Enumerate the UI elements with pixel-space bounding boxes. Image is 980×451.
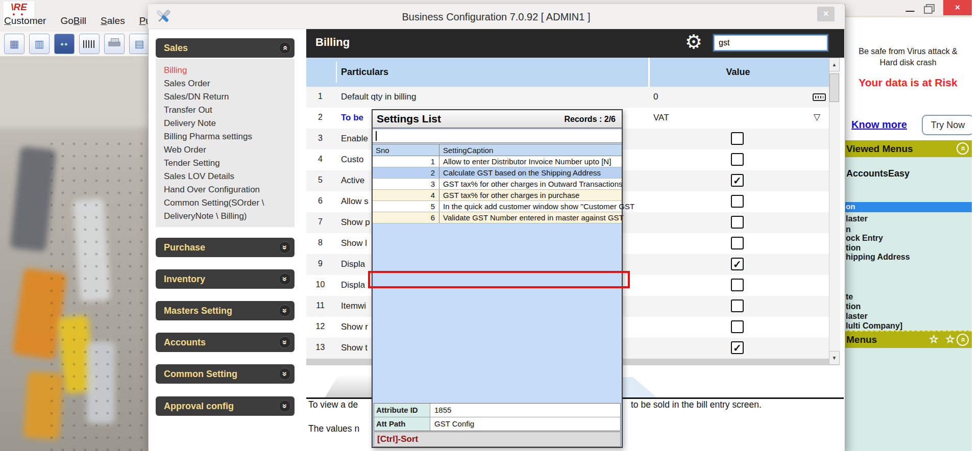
- column-header-value[interactable]: Value: [649, 67, 827, 78]
- setting-row[interactable]: 5 In the quick add customer window show …: [373, 201, 622, 212]
- att-path-row: Att Path GST Config: [374, 417, 620, 431]
- viewed-menu-item[interactable]: hipping Address: [846, 253, 910, 262]
- scrollbar-thumb[interactable]: [829, 73, 839, 102]
- search-input[interactable]: [714, 35, 828, 51]
- chevron-down-icon[interactable]: »: [279, 400, 291, 412]
- sidebar-section-sales[interactable]: Sales »: [156, 38, 295, 58]
- viewed-menu-item[interactable]: laster: [846, 214, 868, 223]
- sidebar-item-billing-pharma[interactable]: Billing Pharma settings: [164, 130, 295, 143]
- sidebar-section-common-setting[interactable]: Common Setting »: [156, 364, 295, 384]
- column-header-settingcaption[interactable]: SettingCaption: [443, 146, 493, 155]
- sidebar-item-tender-setting[interactable]: Tender Setting: [164, 157, 295, 170]
- viewed-menus-panel: [844, 157, 972, 451]
- checkbox-unchecked[interactable]: [731, 132, 744, 145]
- viewed-menu-item[interactable]: ock Entry: [846, 234, 883, 243]
- vertical-scrollbar[interactable]: [829, 58, 840, 365]
- help-text-line1-left: To view a de: [308, 399, 358, 410]
- setting-row[interactable]: 1 Allow to enter Distributor Invoice Num…: [373, 156, 622, 167]
- sidebar-section-inventory[interactable]: Inventory »: [156, 269, 295, 289]
- checkbox-unchecked[interactable]: [731, 195, 744, 208]
- menus-header[interactable]: Menus ☆ ☆ »: [844, 331, 972, 348]
- viewed-menu-item-selected[interactable]: on: [844, 202, 972, 212]
- window-minimize-button[interactable]: —: [902, 6, 918, 15]
- window-close-button[interactable]: ×: [943, 0, 972, 15]
- dialog-title: Business Configuration 7.0.92 [ ADMIN1 ]: [148, 11, 844, 23]
- sidebar-item-delivery-note[interactable]: Delivery Note: [164, 117, 295, 130]
- menu-sales[interactable]: Sales: [101, 15, 125, 31]
- viewed-menu-item[interactable]: n: [846, 225, 851, 234]
- viewed-menu-item[interactable]: tion: [846, 302, 861, 311]
- sidebar-item-common-setting-sorder[interactable]: Common Setting(SOrder \: [164, 196, 295, 210]
- filter-triangle-icon[interactable]: ▽: [814, 112, 820, 122]
- keyboard-icon[interactable]: [813, 93, 826, 101]
- setting-row[interactable]: 3 GST tax% for other charges in Outward …: [373, 179, 622, 190]
- sidebar-item-transfer-out[interactable]: Transfer Out: [164, 104, 295, 117]
- know-more-link[interactable]: Know more: [851, 119, 907, 131]
- checkbox-checked[interactable]: ✓: [731, 341, 744, 354]
- chevron-down-icon[interactable]: »: [279, 368, 291, 380]
- chevron-down-icon[interactable]: »: [279, 336, 291, 348]
- window-restore-button[interactable]: [924, 4, 935, 13]
- viewed-menu-item[interactable]: laster: [846, 312, 868, 321]
- sidebar-item-sales-lov-details[interactable]: Sales LOV Details: [164, 170, 295, 183]
- sidebar-item-billing[interactable]: Billing: [164, 64, 295, 77]
- try-now-button[interactable]: Try Now: [922, 115, 974, 135]
- toolbar-icon-report[interactable]: ▤: [129, 34, 150, 54]
- table-row[interactable]: 1 Default qty in billing 0: [306, 87, 829, 108]
- toolbar-icon-print[interactable]: [104, 34, 125, 54]
- favorite-star-icon[interactable]: ☆: [945, 333, 955, 345]
- viewed-menu-item[interactable]: te: [846, 292, 853, 302]
- collapse-up-icon[interactable]: »: [957, 334, 969, 346]
- text-caret: [376, 131, 377, 141]
- setting-row-selected[interactable]: 2 Calculate GST based on the Shipping Ad…: [373, 167, 622, 179]
- menu-gobill[interactable]: GoBill: [60, 15, 86, 31]
- scroll-up-button[interactable]: ▲: [829, 58, 840, 71]
- checkbox-unchecked[interactable]: [731, 216, 744, 229]
- chevron-down-icon[interactable]: »: [279, 273, 291, 285]
- sidebar-item-sales-order[interactable]: Sales Order: [164, 77, 295, 90]
- checkbox-checked[interactable]: ✓: [731, 258, 744, 270]
- sidebar-item-common-setting-sorder-2[interactable]: DeliveryNote \ Billing): [164, 210, 295, 223]
- setting-row[interactable]: 6 Validate GST Number entered in master …: [373, 212, 622, 223]
- chevron-down-icon[interactable]: »: [279, 241, 291, 254]
- column-header-sno[interactable]: Sno: [376, 146, 389, 155]
- toolbar-icon-barcode[interactable]: [79, 34, 100, 54]
- viewed-menu-item[interactable]: lulti Company]: [846, 321, 902, 331]
- setting-row[interactable]: 4 GST tax% for other charges in purchase: [373, 190, 622, 201]
- dialog-close-button[interactable]: ×: [817, 7, 835, 21]
- checkbox-checked[interactable]: ✓: [731, 174, 744, 187]
- toolbar-icon-sales[interactable]: ▥: [29, 34, 50, 54]
- checkbox-unchecked[interactable]: [731, 299, 744, 312]
- chevron-up-icon[interactable]: »: [279, 42, 291, 54]
- chevron-down-icon[interactable]: »: [279, 305, 291, 317]
- sidebar-section-masters-setting[interactable]: Masters Setting »: [156, 301, 295, 320]
- gear-icon[interactable]: ⚙: [685, 31, 702, 53]
- checkbox-unchecked[interactable]: [731, 153, 744, 166]
- sidebar-item-web-order[interactable]: Web Order: [164, 143, 295, 157]
- popup-search-input[interactable]: [373, 130, 622, 143]
- selection-highlight-box: [368, 271, 630, 288]
- menus-label: Menus: [846, 334, 877, 345]
- collapse-up-icon[interactable]: »: [957, 142, 969, 155]
- viewed-menu-item[interactable]: tion: [846, 243, 861, 253]
- menu-customer[interactable]: Customer: [4, 15, 46, 31]
- checkbox-unchecked[interactable]: [731, 279, 744, 291]
- checkbox-unchecked[interactable]: [731, 237, 744, 249]
- viewed-menus-header[interactable]: Viewed Menus »: [844, 140, 972, 157]
- popup-titlebar[interactable]: Settings List Records : 2/6: [373, 110, 622, 129]
- favorite-star-icon[interactable]: ☆: [929, 333, 939, 345]
- sidebar-item-hand-over-configuration[interactable]: Hand Over Configuration: [164, 183, 295, 196]
- toolbar-icon-customers[interactable]: ●●: [54, 34, 75, 54]
- scroll-down-button[interactable]: ▼: [829, 351, 840, 365]
- checkbox-unchecked[interactable]: [731, 320, 744, 333]
- toolbar-icon-company[interactable]: ▦: [4, 34, 24, 54]
- sidebar-item-sales-dn-return[interactable]: Sales/DN Return: [164, 90, 295, 104]
- sidebar-section-purchase[interactable]: Purchase »: [156, 238, 295, 257]
- risk-warning: Your data is at Risk: [844, 77, 972, 89]
- sidebar-section-approval-config[interactable]: Approval config »: [156, 396, 295, 416]
- column-header-particulars[interactable]: Particulars: [341, 67, 388, 78]
- att-path-value: GST Config: [434, 419, 474, 428]
- scroll-down-icon: ▼: [832, 355, 837, 361]
- attribute-id-label: Attribute ID: [374, 404, 430, 417]
- sidebar-section-accounts[interactable]: Accounts »: [156, 333, 295, 352]
